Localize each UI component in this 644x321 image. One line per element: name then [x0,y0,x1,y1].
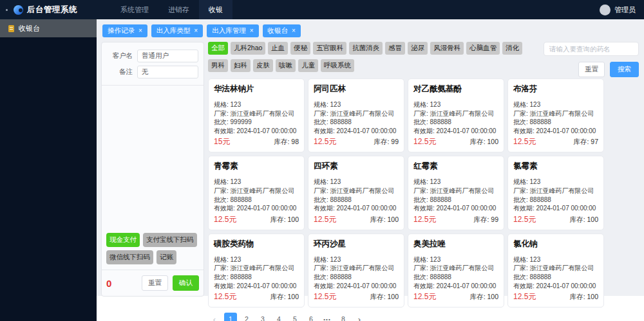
page-3[interactable]: 3 [256,313,269,321]
category-7[interactable]: 泌尿 [408,42,428,55]
field-label: 厂家: [214,110,229,117]
product-card[interactable]: 对乙酰氨基酚规格: 123厂家: 浙江亚峰药厂有限公司批次: 888888有效期… [408,78,504,152]
close-icon[interactable]: × [250,28,254,34]
product-card[interactable]: 阿司匹林规格: 123厂家: 浙江亚峰药厂有限公司批次: 888888有效期: … [308,78,404,152]
tab-3[interactable]: 收银台× [263,24,301,37]
page-5[interactable]: 5 [289,313,301,321]
category-16[interactable]: 呼吸系统 [321,59,354,72]
customer-input[interactable] [137,50,198,62]
close-icon[interactable]: × [194,28,198,34]
page-2[interactable]: 2 [240,313,253,321]
category-9[interactable]: 心脑血管 [466,42,500,55]
cart-confirm-button[interactable]: 确认 [173,275,199,291]
product-stock: 库存: 100 [270,216,299,225]
field-label: 库存: [473,216,489,223]
category-12[interactable]: 妇科 [231,59,251,72]
product-card[interactable]: 红霉素规格: 123厂家: 浙江亚峰药厂有限公司批次: 888888有效期: 2… [408,156,504,230]
field-label: 规格: [214,178,229,185]
category-1[interactable]: 儿科2hao [231,42,265,55]
nav-item-0[interactable]: 系统管理 [111,0,158,19]
field-label: 库存: [470,138,486,145]
product-card[interactable]: 氯霉素规格: 123厂家: 浙江亚峰药厂有限公司批次: 888888有效期: 2… [507,156,604,230]
product-card[interactable]: 环丙沙星规格: 123厂家: 浙江亚峰药厂有限公司批次: 888888有效期: … [308,234,404,307]
category-3[interactable]: 便秘 [290,42,310,55]
category-10[interactable]: 消化 [502,42,522,55]
cart-reset-button[interactable]: 重置 [142,275,168,291]
category-13[interactable]: 皮肤 [253,59,273,72]
product-card[interactable]: 氯化钠规格: 123厂家: 浙江亚峰药厂有限公司批次: 888888有效期: 2… [507,234,604,307]
topbar-right: 管理员 [600,0,644,19]
field-label: 批次: [314,273,328,280]
category-11[interactable]: 男科 [208,59,228,72]
tab-2[interactable]: 出入库管理× [207,24,258,37]
page-1[interactable]: 1 [224,313,237,321]
product-card[interactable]: 华法林钠片规格: 123厂家: 浙江亚峰药厂有限公司批次: 999999有效期:… [208,78,305,152]
card-bottom: 12.5元库存: 100 [513,291,598,302]
field-label: 批次: [413,196,428,203]
category-5[interactable]: 抗菌消炎 [349,42,383,55]
product-spec: 规格: 123 [513,178,598,187]
category-4[interactable]: 五官眼科 [313,42,346,55]
tab-1[interactable]: 出入库类型× [151,24,203,37]
product-spec: 规格: 123 [513,100,598,109]
field-value: 123 [330,101,341,108]
field-value: 123 [430,101,441,108]
close-icon[interactable]: × [138,28,142,34]
field-value: 100 [487,138,498,145]
product-card[interactable]: 磺胺类药物规格: 123厂家: 浙江亚峰药厂有限公司批次: 888888有效期:… [208,234,305,307]
product-card[interactable]: 布洛芬规格: 123厂家: 浙江亚峰药厂有限公司批次: 888888有效期: 2… [507,78,604,152]
close-icon[interactable]: × [292,28,296,34]
field-value: 888888 [231,196,252,203]
category-14[interactable]: 咳嗽 [276,59,296,72]
note-input[interactable] [137,66,198,78]
category-15[interactable]: 儿童 [298,59,318,72]
product-card[interactable]: 奥美拉唑规格: 123厂家: 浙江亚峰药厂有限公司批次: 888888有效期: … [408,234,504,307]
product-card[interactable]: 青霉素规格: 123厂家: 浙江亚峰药厂有限公司批次: 888888有效期: 2… [208,156,305,230]
field-value: 123 [530,178,541,185]
field-label: 有效期: [513,127,535,134]
search-button[interactable]: 搜索 [610,62,639,77]
product-batch: 批次: 888888 [513,273,598,282]
product-batch: 批次: 888888 [214,273,299,282]
field-label: 批次: [214,273,229,280]
product-stock: 库存: 100 [370,293,399,302]
card-bottom: 12.5元库存: 100 [314,291,399,302]
chevron-left-icon[interactable]: ‹ [208,313,221,321]
pay-method-0[interactable]: 现金支付 [106,233,140,247]
pay-method-1[interactable]: 支付宝线下扫码 [143,233,197,247]
catalog: 全部儿科2hao止血便秘五官眼科抗菌消炎感冒泌尿风湿骨科心脑血管消化男科妇科皮肤… [208,42,639,321]
field-label: 有效期: [214,282,235,289]
nav-item-1[interactable]: 进销存 [158,0,199,19]
sidebar-item-cashier[interactable]: 收银台 [0,19,97,37]
category-6[interactable]: 感冒 [385,42,405,55]
pay-method-3[interactable]: 记账 [156,250,176,264]
pay-method-2[interactable]: 微信线下扫码 [106,250,153,264]
page-6[interactable]: 6 [305,313,317,321]
field-label: 库存: [573,138,589,145]
page-8[interactable]: 8 [337,313,350,321]
drug-search-input[interactable] [544,42,639,56]
field-value: 2024-01-07 00:00:00 [337,282,397,289]
field-value: 888888 [330,196,352,203]
search-reset-button[interactable]: 重置 [578,62,605,77]
product-expiry: 有效期: 2024-01-07 00:00:00 [413,282,498,291]
nav-item-2[interactable]: 收银 [199,0,232,19]
field-label: 库存: [274,138,289,145]
field-label: 库存: [270,293,286,300]
category-2[interactable]: 止血 [268,42,288,55]
ellipsis-icon[interactable]: ••• [321,313,334,321]
chevron-right-icon[interactable]: › [353,313,366,321]
field-value: 123 [330,256,341,263]
field-value: 98 [291,138,299,145]
page-4[interactable]: 4 [272,313,285,321]
field-label: 批次: [513,118,528,125]
field-value: 浙江亚峰药厂有限公司 [330,110,395,117]
avatar[interactable] [600,5,611,15]
field-label: 库存: [470,293,486,300]
category-0[interactable]: 全部 [208,42,228,55]
product-expiry: 有效期: 2024-01-07 00:00:00 [413,204,498,213]
field-value: 888888 [430,118,451,125]
product-card[interactable]: 四环素规格: 123厂家: 浙江亚峰药厂有限公司批次: 888888有效期: 2… [308,156,404,230]
category-8[interactable]: 风湿骨科 [430,42,464,55]
tab-0[interactable]: 操作记录× [102,24,147,37]
